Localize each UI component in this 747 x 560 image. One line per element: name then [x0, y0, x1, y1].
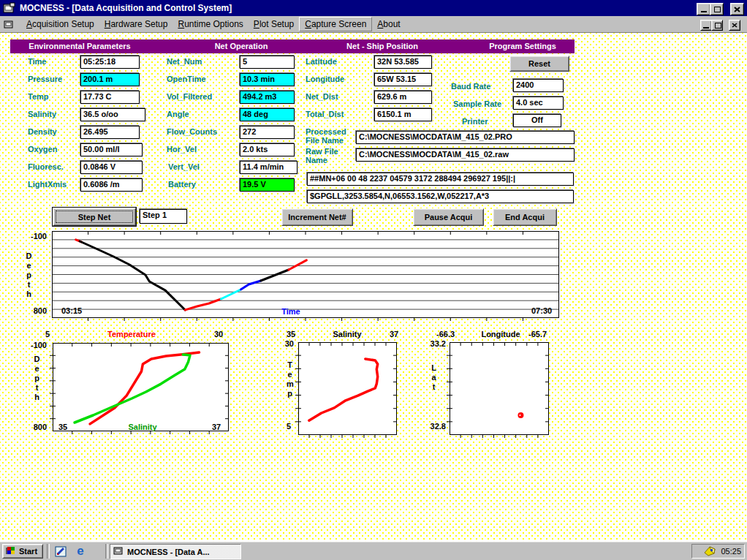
env-label-time: Time: [28, 57, 46, 66]
task-button-mocness[interactable]: MOCNESS - [Data A...: [110, 544, 241, 559]
netop-label-hor-vel: Hor_Vel: [167, 145, 197, 154]
pos-field-total-dist[interactable]: 6150.1 m: [374, 108, 432, 121]
env-label-oxygen: Oxygen: [28, 145, 57, 154]
menu-bar: Acquisition Setup Hardware Setup Runtime…: [0, 16, 747, 33]
processed-file-field[interactable]: C:\MOCNESS\MOCDATA\M_415_02.PRO: [356, 131, 575, 144]
env-field-density[interactable]: 26.495: [80, 126, 140, 139]
menu-capture-screen[interactable]: Capture Screen: [299, 17, 372, 31]
task-app-icon: [113, 546, 124, 557]
time-axis-right-tick: 07:30: [531, 306, 552, 315]
child-app-icon[interactable]: [4, 19, 15, 29]
netop-field-opentime[interactable]: 10.3 min: [240, 73, 295, 86]
start-button-label: Start: [19, 547, 37, 556]
child-close-icon[interactable]: [729, 20, 740, 31]
mocness-window: MOCNESS - [Data Acquisition and Control …: [0, 0, 747, 560]
env-field-salinity[interactable]: 36.5 o/oo: [80, 108, 145, 121]
ie-icon[interactable]: e: [74, 545, 87, 558]
raw-file-field[interactable]: C:\MOCNESS\MOCDATA\M_415_02.raw: [356, 148, 575, 162]
menu-hardware-setup[interactable]: Hardware Setup: [99, 18, 173, 31]
temp-axis-right-tick: 30: [214, 330, 223, 338]
start-button[interactable]: Start: [2, 544, 43, 559]
client-area: Environmental Parameters Net Operation N…: [0, 33, 747, 541]
pos-label-longitude: Longitude: [306, 75, 344, 83]
pos-field-latitude[interactable]: 32N 53.585: [374, 56, 432, 69]
pos-field-net-dist[interactable]: 629.6 m: [374, 91, 432, 104]
pos-label-total-dist: Total_Dist: [306, 110, 344, 118]
env-field-lightxmis[interactable]: 0.6086 /m: [80, 178, 143, 192]
section-net-operation: Net Operation: [168, 42, 314, 50]
taskbar-clock: 05:25: [721, 547, 741, 556]
settings-label-printer: Printer: [462, 117, 488, 126]
close-icon[interactable]: [730, 3, 744, 15]
step-net-button[interactable]: Step Net: [53, 208, 136, 226]
desktop-icon[interactable]: [54, 545, 67, 558]
time-axis-left-tick: 03:15: [61, 306, 82, 315]
lon-left-tick: -66.3: [436, 330, 455, 338]
netop-label-vol-filtered: Vol_Filtered: [167, 92, 212, 101]
processed-file-label: Processed File Name: [306, 127, 354, 145]
pause-acqui-label: Pause Acqui: [425, 213, 473, 222]
temp-axis-left-tick: 5: [45, 330, 50, 338]
lat-axis-label: Lat: [431, 363, 437, 392]
salinity-axis-label: Salinity: [106, 423, 179, 431]
pos-field-longitude[interactable]: 65W 53.15: [374, 73, 432, 86]
pos-label-latitude: Latitude: [306, 57, 337, 66]
netop-field-hor-vel[interactable]: 2.0 kts: [240, 143, 295, 156]
settings-field-sample-rate[interactable]: 4.0 sec: [513, 97, 564, 110]
step-input[interactable]: Step 1: [140, 209, 187, 224]
env-label-fluoresc: Fluoresc.: [28, 162, 64, 171]
gps-serial-string-field: $GPGLL,3253.5854,N,06553.1562,W,052217,A…: [307, 190, 574, 203]
depth2-axis-label: Depth: [34, 355, 40, 402]
env-label-density: Density: [28, 127, 57, 136]
time-axis-label: Time: [254, 307, 327, 316]
lat-top-tick: 33.2: [424, 339, 446, 348]
window-title: MOCNESS - [Data Acquisition and Control …: [20, 3, 232, 13]
netop-field-flow-counts[interactable]: 272: [240, 126, 295, 139]
net-serial-string-field: ##MN+06 00 48 2237 04579 3172 288494 296…: [307, 173, 574, 186]
netop-field-angle[interactable]: 48 deg: [240, 108, 295, 121]
settings-field-printer[interactable]: Off: [513, 114, 561, 127]
netop-field-vol-filtered[interactable]: 494.2 m3: [240, 91, 295, 104]
settings-field-baud-rate[interactable]: 2400: [513, 79, 564, 92]
lat-bottom-tick: 32.8: [424, 422, 446, 431]
minimize-icon[interactable]: [697, 3, 710, 15]
increment-net-button[interactable]: Increment Net#: [281, 208, 353, 226]
title-bar: MOCNESS - [Data Acquisition and Control …: [0, 0, 747, 16]
app-icon: [3, 2, 16, 14]
pause-acqui-button[interactable]: Pause Acqui: [413, 208, 484, 226]
temp-salinity-chart: [298, 342, 397, 435]
depth-axis-top-tick: -100: [26, 232, 47, 241]
netop-field-vert-vel[interactable]: 11.4 m/min: [240, 161, 297, 174]
netop-field-battery[interactable]: 19.5 V: [240, 178, 295, 192]
depth2-axis-bottom-tick: 800: [29, 423, 47, 431]
menu-runtime-options[interactable]: Runtime Options: [172, 18, 248, 31]
netop-field-net-num[interactable]: 5: [240, 56, 295, 69]
tray-device-icon[interactable]: [702, 545, 717, 559]
taskbar-divider: [47, 544, 50, 559]
depth-time-chart: [52, 231, 559, 318]
ts-sal-right-tick: 37: [390, 330, 398, 338]
pos-label-net-dist: Net_Dist: [306, 92, 338, 101]
menu-about[interactable]: About: [372, 18, 405, 31]
temperature-axis-label: Temperature: [80, 330, 183, 338]
env-label-salinity: Salinity: [28, 110, 56, 118]
settings-label-baud-rate: Baud Rate: [451, 82, 490, 91]
raw-file-label: Raw File Name: [306, 147, 348, 164]
reset-button[interactable]: Reset: [509, 56, 569, 72]
env-field-temp[interactable]: 17.73 C: [80, 91, 140, 104]
end-acqui-button[interactable]: End Acqui: [493, 208, 557, 226]
env-field-pressure[interactable]: 200.1 m: [80, 73, 140, 86]
netop-label-flow-counts: Flow_Counts: [167, 127, 217, 136]
menu-acquisition-setup[interactable]: Acquisition Setup: [21, 18, 99, 31]
menu-plot-setup[interactable]: Plot Setup: [249, 18, 299, 31]
env-field-time[interactable]: 05:25:18: [80, 56, 140, 69]
longitude-axis-label: Longitude: [471, 330, 530, 338]
restore-icon[interactable]: [710, 3, 724, 15]
env-field-fluoresc[interactable]: 0.0846 V: [80, 161, 143, 174]
child-restore-icon[interactable]: [711, 20, 723, 31]
child-minimize-icon[interactable]: [700, 20, 712, 31]
section-header-bar: Environmental Parameters Net Operation N…: [10, 39, 575, 53]
sal-axis-left-tick: 35: [58, 423, 67, 431]
increment-net-label: Increment Net#: [288, 213, 346, 222]
env-field-oxygen[interactable]: 50.00 ml/l: [80, 143, 143, 156]
